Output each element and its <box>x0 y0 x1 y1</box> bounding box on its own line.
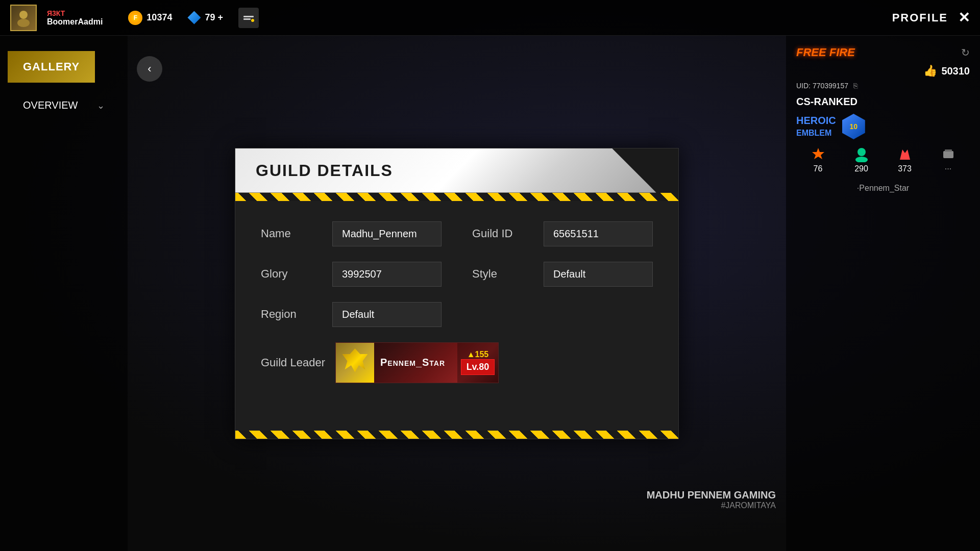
form-grid: Name Madhu_Pennem Guild ID 65651511 Glor… <box>261 221 653 383</box>
top-close-button[interactable]: ✕ <box>958 9 970 26</box>
style-label: Style <box>472 267 533 281</box>
glory-value: 3992507 <box>332 262 442 287</box>
stat-value-4: ··· <box>941 164 956 173</box>
name-label: Name <box>261 227 322 240</box>
right-sidebar: FREE FIRE ↻ 👍 50310 UID: 770399157 ⎘ CS-… <box>786 36 980 551</box>
bottom-hazard-stripe <box>235 431 678 439</box>
coins-item: F 10374 <box>128 11 172 25</box>
rank-badge: 10 <box>842 114 865 139</box>
region-row: Region Default <box>261 302 442 327</box>
glory-label: Glory <box>261 267 322 281</box>
currency-section: F 10374 79 + <box>128 8 259 28</box>
style-row: Style Default <box>472 262 653 287</box>
overview-item[interactable]: OVERVIEW ⌄ <box>8 90 120 120</box>
svg-point-6 <box>857 148 866 156</box>
guild-id-row: Guild ID 65651511 <box>472 221 653 246</box>
diamonds-value: 79 + <box>205 12 223 23</box>
guild-leader-row: Guild Leader Pennem_Star ▲155 Lv.80 <box>261 342 653 383</box>
left-sidebar: GALLERY OVERVIEW ⌄ <box>0 36 128 551</box>
region-value: Default <box>332 302 442 327</box>
stat-item-3: 373 <box>897 147 913 173</box>
svg-point-4 <box>251 19 254 22</box>
region-label: Region <box>261 308 322 321</box>
player-avatar-left <box>10 5 37 31</box>
style-value: Default <box>544 262 653 287</box>
top-bar: Я3КТ BoomerAadmi F 10374 79 + PROFILE ✕ <box>0 0 980 36</box>
svg-rect-8 <box>943 151 953 158</box>
uid-section: UID: 770399157 ⎘ <box>796 82 970 90</box>
name-value: Madhu_Pennem <box>332 221 442 246</box>
profile-label: PROFILE <box>892 11 948 24</box>
diamond-icon <box>187 11 201 24</box>
empty-grid-cell <box>472 302 653 327</box>
heroic-section: HEROIC EMBLEM 10 <box>796 114 970 139</box>
stat-item-1: 76 <box>811 147 826 173</box>
modal-body: Name Madhu_Pennem Guild ID 65651511 Glor… <box>235 201 678 431</box>
coin-icon: F <box>128 11 142 25</box>
guild-id-label: Guild ID <box>472 227 533 240</box>
stat-value-2: 290 <box>854 164 869 173</box>
guild-leader-label: Guild Leader <box>261 356 325 369</box>
score-section: 👍 50310 <box>796 64 970 78</box>
modal-header: GUILD DETAILS ✕ <box>235 148 678 193</box>
svg-point-7 <box>855 157 868 162</box>
player-info: Я3КТ BoomerAadmi <box>47 9 103 27</box>
svg-point-0 <box>19 11 28 19</box>
player-tag: Я3КТ <box>47 9 103 17</box>
guild-id-value: 65651511 <box>544 221 653 246</box>
diamonds-item: 79 + <box>187 11 223 24</box>
stat-icon-3 <box>897 147 913 162</box>
stat-item-2: 290 <box>854 147 869 173</box>
svg-rect-3 <box>243 18 251 20</box>
guild-leader-arrows: ▲155 <box>467 350 489 359</box>
guild-leader-level-section: ▲155 Lv.80 <box>457 343 498 383</box>
coins-value: 10374 <box>146 12 172 23</box>
extra-icon[interactable] <box>238 8 259 28</box>
stat-icon-4 <box>941 147 956 162</box>
guild-modal: GUILD DETAILS ✕ Name Madhu_Pennem Guild … <box>235 148 679 439</box>
overview-label: OVERVIEW <box>23 99 78 111</box>
glory-row: Glory 3992507 <box>261 262 442 287</box>
stat-icon-1 <box>811 147 826 162</box>
refresh-icon[interactable]: ↻ <box>961 46 970 59</box>
copy-uid-icon[interactable]: ⎘ <box>853 82 857 90</box>
guild-leader-avatar-star <box>342 348 368 377</box>
svg-rect-9 <box>945 149 952 152</box>
stat-icon-2 <box>854 147 869 162</box>
close-x-icon: ✕ <box>668 163 678 178</box>
svg-rect-2 <box>243 16 254 17</box>
player-name-top: BoomerAadmi <box>47 17 103 27</box>
main-content: GUILD DETAILS ✕ Name Madhu_Pennem Guild … <box>128 36 786 551</box>
modal-close-button[interactable]: ✕ <box>658 155 689 186</box>
guild-leader-lv: Lv.80 <box>461 359 495 375</box>
top-right-section: PROFILE ✕ <box>892 9 970 26</box>
svg-marker-5 <box>812 148 824 159</box>
name-row: Name Madhu_Pennem <box>261 221 442 246</box>
stat-value-1: 76 <box>811 164 826 173</box>
score-value: 50310 <box>941 65 970 77</box>
ff-logo-right: FREE FIRE <box>796 46 855 59</box>
thumb-icon: 👍 <box>923 64 937 78</box>
svg-point-1 <box>17 19 30 27</box>
stat-value-3: 373 <box>897 164 913 173</box>
overview-arrow: ⌄ <box>97 100 105 111</box>
stats-row: 76 290 373 ··· <box>796 147 970 173</box>
stat-item-4: ··· <box>941 147 956 173</box>
guild-leader-card[interactable]: Pennem_Star ▲155 Lv.80 <box>335 342 499 383</box>
gallery-button[interactable]: GALLERY <box>8 51 95 83</box>
heroic-label: HEROIC EMBLEM <box>796 115 836 138</box>
guild-leader-avatar <box>336 342 374 383</box>
hazard-stripe <box>235 193 678 201</box>
cs-ranked-label: CS-RANKED <box>796 96 970 108</box>
player-name-right: ·Pennem_Star <box>796 184 970 193</box>
modal-title: GUILD DETAILS <box>256 161 393 180</box>
